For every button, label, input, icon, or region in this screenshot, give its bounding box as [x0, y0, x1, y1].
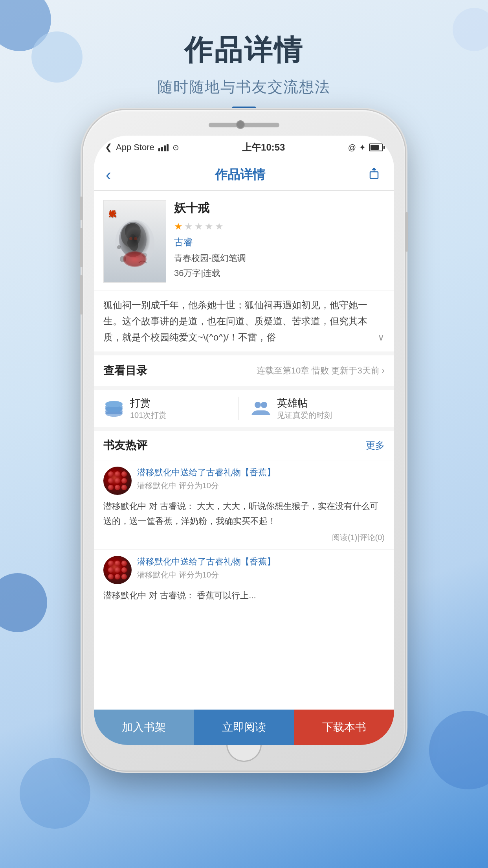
nav-title: 作品详情	[215, 166, 265, 184]
review-item-1: 潜移默化中送给了古睿礼物【香蕉】 潜移默化中 评分为10分 潜移默化中 对 古睿…	[94, 460, 394, 549]
chapter-info: 连载至第10章 惜败	[257, 365, 329, 377]
review-body-2: 潜移默化中 对 古睿说： 香蕉可以行上...	[103, 588, 385, 603]
reviewer-avatar-2	[103, 556, 132, 584]
book-rating: ★ ★ ★ ★ ★	[174, 221, 385, 232]
berry-7	[108, 485, 114, 490]
svg-point-16	[261, 402, 267, 408]
reviews-header: 书友热评 更多	[94, 427, 394, 460]
berry-2	[115, 471, 120, 477]
berry-8	[115, 485, 120, 490]
reviewer-avatar-1	[103, 467, 132, 495]
update-info: 更新于3天前	[331, 365, 379, 377]
book-description: 狐仙祠一别成千年，他杀她十世；狐仙祠再遇如初见，他守她一生。这个故事讲的是道，也…	[94, 291, 394, 351]
add-to-shelf-button[interactable]: 加入书架	[94, 710, 194, 745]
phone-volume-up-button	[80, 228, 83, 267]
reward-icon	[103, 398, 125, 419]
reviews-title: 书友热评	[103, 438, 147, 453]
hero-post-action[interactable]: 英雄帖 见证真爱的时刻	[238, 396, 385, 421]
berry-g	[108, 574, 114, 579]
download-book-button[interactable]: 下载本书	[294, 710, 394, 745]
page-header: 作品详情 随时随地与书友交流想法	[0, 31, 488, 109]
book-author[interactable]: 古睿	[174, 236, 385, 248]
avatar-image-1	[103, 467, 132, 495]
svg-point-4	[125, 223, 141, 240]
svg-point-8	[142, 253, 147, 257]
berry-f	[121, 567, 127, 573]
bg-decor-circle-5	[0, 573, 47, 632]
back-button[interactable]: ‹	[106, 166, 111, 184]
book-cover	[103, 200, 166, 283]
toc-label: 查看目录	[103, 363, 147, 378]
phone-power-button	[405, 212, 408, 252]
book-genre: 青春校园-魔幻笔调	[174, 252, 385, 264]
berries-grid-2	[106, 558, 129, 582]
berry-5	[115, 478, 120, 484]
nav-bar: ‹ 作品详情	[94, 159, 394, 191]
svg-point-2	[119, 222, 147, 257]
share-button[interactable]	[369, 167, 382, 183]
star-4: ★	[205, 221, 213, 232]
berry-c	[121, 561, 127, 566]
phone-volume-down-button	[80, 275, 83, 314]
reward-action[interactable]: 打赏 101次打赏	[103, 396, 238, 421]
book-info-section: 妖十戒 ★ ★ ★ ★ ★ 古睿 青春校园-魔幻笔调 36万字|连载	[94, 191, 394, 291]
status-right: @ ✦	[348, 143, 383, 152]
berry-9	[121, 485, 127, 490]
reward-count: 101次打赏	[130, 410, 167, 421]
reviews-more-button[interactable]: 更多	[366, 439, 385, 452]
svg-point-3	[121, 224, 141, 247]
status-left: ❮ App Store ⊙	[105, 142, 179, 153]
hero-post-sub: 见证真爱的时刻	[277, 410, 332, 421]
expand-icon[interactable]: ∨	[378, 329, 385, 346]
reward-label: 打赏	[130, 396, 167, 410]
berry-4	[108, 478, 114, 484]
berry-i	[121, 574, 127, 579]
book-cover-art	[104, 200, 166, 282]
back-app-icon: ❮	[105, 142, 112, 153]
svg-point-6	[134, 237, 137, 240]
hero-post-label: 英雄帖	[277, 396, 332, 410]
berry-1	[108, 471, 114, 477]
review-item-2: 潜移默化中送给了古睿礼物【香蕉】 潜移默化中 评分为10分 潜移默化中 对 古睿…	[94, 549, 394, 613]
page-title: 作品详情	[0, 31, 488, 69]
berry-6	[121, 478, 127, 484]
bluetooth-icon: ✦	[359, 143, 366, 152]
svg-point-7	[120, 256, 126, 262]
svg-point-14	[105, 401, 123, 407]
bg-decor-circle-4	[429, 711, 488, 789]
phone-mute-button	[80, 197, 83, 220]
toc-info: 连载至第10章 惜败 更新于3天前 ›	[257, 365, 385, 377]
hero-post-icon	[250, 398, 272, 419]
at-icon: @	[348, 143, 356, 152]
page-subtitle: 随时随地与书友交流想法	[0, 77, 488, 97]
action-row: 打赏 101次打赏	[94, 386, 394, 427]
review-top-2: 潜移默化中送给了古睿礼物【香蕉】 潜移默化中 评分为10分	[103, 556, 385, 584]
svg-point-5	[129, 237, 132, 240]
star-1: ★	[174, 221, 183, 232]
berries-grid	[106, 469, 129, 493]
read-now-button[interactable]: 立即阅读	[194, 710, 294, 745]
reward-text: 打赏 101次打赏	[130, 396, 167, 421]
review-top-1: 潜移默化中送给了古睿礼物【香蕉】 潜移默化中 评分为10分	[103, 467, 385, 495]
review-body-1: 潜移默化中 对 古睿说： 大大，大大，听说你想生猴子，实在没有什么可送的，送一筐…	[103, 499, 385, 528]
star-2: ★	[184, 221, 193, 232]
phone-outer: ❮ App Store ⊙ 上午10:53 @ ✦	[83, 110, 405, 771]
book-words: 36万字|连载	[174, 267, 385, 279]
toc-row[interactable]: 查看目录 连载至第10章 惜败 更新于3天前 ›	[94, 351, 394, 386]
wifi-icon: ⊙	[172, 143, 179, 152]
book-meta: 妖十戒 ★ ★ ★ ★ ★ 古睿 青春校园-魔幻笔调 36万字|连载	[174, 200, 385, 283]
berry-e	[115, 567, 120, 573]
review-title-1[interactable]: 潜移默化中送给了古睿礼物【香蕉】	[137, 467, 275, 479]
phone-mockup: ❮ App Store ⊙ 上午10:53 @ ✦	[83, 110, 405, 771]
svg-rect-0	[370, 172, 378, 178]
svg-point-15	[255, 402, 261, 408]
avatar-image-2	[103, 556, 132, 584]
status-bar: ❮ App Store ⊙ 上午10:53 @ ✦	[94, 136, 394, 159]
hero-post-text: 英雄帖 见证真爱的时刻	[277, 396, 332, 421]
review-title-2[interactable]: 潜移默化中送给了古睿礼物【香蕉】	[137, 556, 275, 568]
description-text: 狐仙祠一别成千年，他杀她十世；狐仙祠再遇如初见，他守她一生。这个故事讲的是道，也…	[103, 300, 367, 342]
berry-a	[108, 561, 114, 566]
berry-b	[115, 561, 120, 566]
signal-icon	[158, 143, 169, 151]
page-divider	[232, 107, 256, 109]
